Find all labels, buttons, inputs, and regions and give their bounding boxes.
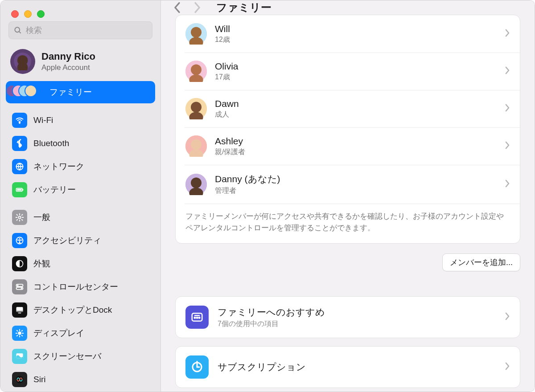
svg-point-10: [18, 216, 21, 218]
sidebar-item-label: ファミリー: [49, 86, 92, 98]
family-member-row[interactable]: Will 12歳: [176, 15, 520, 53]
recommendations-title: ファミリーへのおすすめ: [218, 306, 325, 318]
family-member-row[interactable]: Olivia 17歳: [176, 53, 520, 90]
sidebar-item-label: バッテリー: [33, 184, 76, 196]
family-member-row[interactable]: Danny (あなた) 管理者: [176, 165, 520, 204]
sidebar: Danny Rico Apple Account ファミリー Wi-FiBlue…: [0, 0, 161, 392]
subscriptions-icon: [185, 355, 209, 379]
sidebar-item-family[interactable]: ファミリー: [6, 81, 155, 103]
sidebar-item-screensaver[interactable]: スクリーンセーバ: [6, 345, 155, 368]
member-subtitle: 12歳: [215, 35, 230, 45]
member-name: Will: [215, 24, 230, 34]
family-avatar-stack: [12, 85, 43, 100]
svg-point-42: [198, 317, 201, 319]
apple-account-item[interactable]: Danny Rico Apple Account: [0, 44, 160, 80]
minimize-window-button[interactable]: [24, 10, 32, 18]
chevron-right-icon: [505, 141, 510, 151]
sidebar-item-desktop[interactable]: デスクトップとDock: [6, 299, 155, 321]
svg-point-31: [191, 102, 202, 112]
switches-icon: [12, 279, 27, 294]
chevron-right-icon: [505, 362, 510, 372]
family-member-row[interactable]: Dawn 成人: [176, 90, 520, 127]
account-name: Danny Rico: [41, 51, 95, 62]
desktop-icon: [12, 302, 27, 318]
page-title: ファミリー: [216, 0, 272, 15]
members-footer-text: ファミリーメンバーが何にアクセスや共有できるかを確認したり、お子様のアカウント設…: [176, 204, 520, 243]
sidebar-item-siri[interactable]: Siri: [6, 368, 155, 391]
member-subtitle: 成人: [215, 110, 239, 119]
member-avatar: [185, 174, 207, 195]
family-member-row[interactable]: Ashley 親/保護者: [176, 127, 520, 165]
member-avatar: [185, 98, 207, 119]
recommendations-card[interactable]: ファミリーへのおすすめ 7個の使用中の項目: [175, 296, 520, 338]
add-member-button[interactable]: メンバーを追加...: [442, 253, 520, 271]
member-name: Olivia: [215, 61, 239, 72]
svg-line-1: [19, 32, 21, 33]
network-icon: [12, 159, 27, 174]
wifi-icon: [12, 113, 27, 128]
nav-forward-button[interactable]: [191, 2, 203, 13]
search-input[interactable]: [26, 26, 148, 35]
sidebar-item-display[interactable]: ディスプレイ: [6, 322, 155, 344]
sidebar-item-label: Siri: [33, 375, 45, 384]
recommendations-subtitle: 7個の使用中の項目: [218, 319, 325, 329]
member-avatar: [185, 135, 207, 157]
account-avatar: [10, 49, 35, 74]
nav-back-button[interactable]: [172, 2, 183, 13]
close-window-button[interactable]: [11, 10, 19, 18]
sidebar-item-bluetooth[interactable]: Bluetooth: [6, 132, 155, 155]
sidebar-item-battery[interactable]: バッテリー: [6, 179, 155, 201]
svg-point-12: [19, 238, 21, 240]
sidebar-item-wifi[interactable]: Wi-Fi: [6, 109, 155, 131]
chevron-right-icon: [505, 179, 510, 190]
search-field[interactable]: [8, 21, 152, 39]
svg-point-34: [191, 139, 202, 150]
chevron-right-icon: [505, 103, 510, 114]
sidebar-item-label: ディスプレイ: [33, 327, 84, 339]
member-avatar: [185, 61, 207, 82]
svg-rect-43: [194, 315, 200, 316]
svg-point-5: [19, 122, 20, 123]
svg-point-28: [191, 64, 202, 75]
subscriptions-title: サブスクリプション: [218, 361, 306, 373]
sidebar-item-label: 外観: [33, 258, 50, 270]
svg-point-15: [17, 285, 18, 286]
subscriptions-card[interactable]: サブスクリプション: [175, 346, 520, 388]
chevron-right-icon: [505, 29, 510, 39]
accessibility-icon: [12, 233, 27, 248]
sidebar-item-appearance[interactable]: 外観: [6, 253, 155, 275]
sidebar-item-gear[interactable]: 一般: [6, 206, 155, 229]
sidebar-item-switches[interactable]: コントロールセンター: [6, 276, 155, 298]
window-controls: [0, 0, 160, 18]
svg-point-17: [21, 288, 22, 289]
settings-window: Danny Rico Apple Account ファミリー Wi-FiBlue…: [0, 0, 535, 392]
sidebar-item-accessibility[interactable]: アクセシビリティ: [6, 229, 155, 252]
sidebar-item-label: Bluetooth: [33, 139, 69, 148]
member-name: Dawn: [215, 98, 239, 109]
chevron-right-icon: [505, 66, 510, 77]
member-subtitle: 親/保護者: [215, 147, 245, 157]
main-pane: ファミリー Will 12歳 Olivia 17歳 Dawn 成人: [161, 0, 535, 392]
member-name: Danny (あなた): [215, 173, 280, 185]
svg-point-21: [18, 331, 21, 335]
titlebar: ファミリー: [161, 0, 535, 15]
sidebar-item-label: スクリーンセーバ: [33, 351, 101, 362]
gear-icon: [12, 210, 27, 225]
svg-point-25: [191, 27, 202, 37]
recommendations-icon: [185, 306, 209, 329]
sidebar-item-label: 一般: [33, 212, 50, 223]
family-members-card: Will 12歳 Olivia 17歳 Dawn 成人 Ashl: [175, 15, 520, 244]
zoom-window-button[interactable]: [37, 10, 45, 18]
sidebar-item-label: コントロールセンター: [33, 281, 118, 293]
member-subtitle: 17歳: [215, 73, 239, 82]
svg-rect-19: [16, 311, 23, 312]
sidebar-item-network[interactable]: ネットワーク: [6, 155, 155, 178]
siri-icon: [12, 372, 27, 387]
member-subtitle: 管理者: [215, 186, 280, 196]
member-avatar: [185, 23, 207, 45]
sidebar-item-label: ネットワーク: [33, 161, 84, 172]
battery-icon: [12, 182, 27, 197]
chevron-right-icon: [505, 312, 510, 323]
svg-point-41: [196, 317, 198, 319]
sidebar-item-label: アクセシビリティ: [33, 235, 101, 246]
